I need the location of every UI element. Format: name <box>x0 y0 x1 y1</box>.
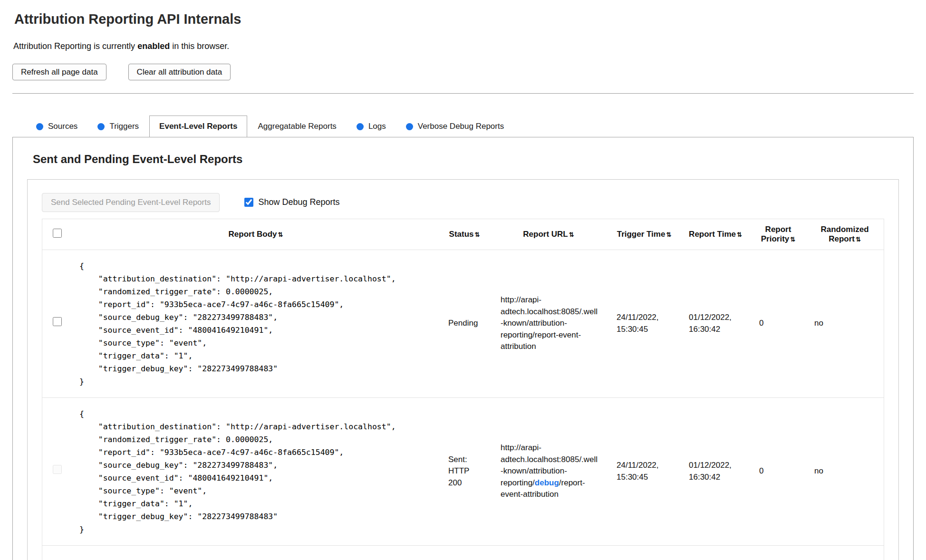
top-buttons: Refresh all page data Clear all attribut… <box>12 64 914 80</box>
table-header-row: Report Body⇅ Status⇅ Report URL⇅ Trigger… <box>42 219 884 250</box>
randomized-report-cell: no <box>806 397 884 545</box>
col-header-report-priority[interactable]: Report Priority⇅ <box>751 219 806 250</box>
tab-label: Verbose Debug Reports <box>418 122 504 131</box>
randomized-report-cell: no <box>806 250 884 397</box>
sort-icon: ⇅ <box>737 231 742 238</box>
status-enabled-text: enabled <box>137 41 170 51</box>
row-checkbox-cell <box>42 250 72 397</box>
col-header-randomized-report[interactable]: Randomized Report⇅ <box>806 219 884 250</box>
attribution-internals-page: Attribution Reporting API Internals Attr… <box>0 0 926 560</box>
tab-label: Logs <box>368 122 386 131</box>
row-select-checkbox[interactable] <box>53 317 62 326</box>
col-header-report-time[interactable]: Report Time⇅ <box>680 219 751 250</box>
tab-content-event-level-reports: Sent and Pending Event-Level Reports Sen… <box>12 137 914 560</box>
table-footer <box>42 546 884 560</box>
tab-verbose-debug-reports[interactable]: Verbose Debug Reports <box>396 116 513 137</box>
report-url-cell: http://arapi-adtech.localhost:8085/.well… <box>489 250 608 397</box>
report-body-json: { "attribution_destination": "http://ara… <box>79 260 432 388</box>
refresh-all-button[interactable]: Refresh all page data <box>12 64 106 80</box>
tab-aggregatable-reports[interactable]: Aggregatable Reports <box>248 116 346 137</box>
row-checkbox-cell <box>42 397 72 545</box>
send-selected-reports-button[interactable]: Send Selected Pending Event-Level Report… <box>42 193 220 212</box>
report-panel: Send Selected Pending Event-Level Report… <box>27 179 899 560</box>
clear-all-button[interactable]: Clear all attribution data <box>128 64 231 80</box>
report-url-cell: http://arapi-adtech.localhost:8085/.well… <box>489 397 608 545</box>
tab-panel: Sources Triggers Event-Level Reports Agg… <box>12 116 914 560</box>
tab-logs[interactable]: Logs <box>347 116 395 137</box>
tab-event-level-reports[interactable]: Event-Level Reports <box>149 116 247 137</box>
event-level-reports-table: Report Body⇅ Status⇅ Report URL⇅ Trigger… <box>42 219 884 560</box>
sort-icon: ⇅ <box>569 231 574 238</box>
select-all-checkbox[interactable] <box>53 229 62 238</box>
triggers-status-dot-icon <box>97 123 105 130</box>
col-header-report-body[interactable]: Report Body⇅ <box>72 219 440 250</box>
tab-label: Sources <box>48 122 77 131</box>
verbose-debug-status-dot-icon <box>406 123 413 130</box>
report-body-json: { "attribution_destination": "http://ara… <box>79 407 432 536</box>
tab-label: Aggregatable Reports <box>258 122 336 131</box>
report-priority-cell: 0 <box>751 397 806 545</box>
sort-icon: ⇅ <box>790 236 795 243</box>
row-select-checkbox-disabled[interactable] <box>53 465 62 474</box>
sort-icon: ⇅ <box>856 236 861 243</box>
tab-strip: Sources Triggers Event-Level Reports Agg… <box>12 116 914 137</box>
col-header-status[interactable]: Status⇅ <box>440 219 489 250</box>
status-suffix: in this browser. <box>170 41 229 51</box>
trigger-time-cell: 24/11/2022, 15:30:45 <box>608 250 680 397</box>
page-divider <box>12 93 914 94</box>
status-line: Attribution Reporting is currently enabl… <box>13 41 914 51</box>
report-time-cell: 01/12/2022, 16:30:42 <box>680 250 751 397</box>
report-row-sent-debug: { "attribution_destination": "http://ara… <box>42 397 884 545</box>
debug-url-highlight: debug <box>535 478 559 487</box>
report-priority-cell: 0 <box>751 250 806 397</box>
tab-sources[interactable]: Sources <box>27 116 87 137</box>
tab-triggers[interactable]: Triggers <box>88 116 148 137</box>
col-header-report-url[interactable]: Report URL⇅ <box>489 219 608 250</box>
show-debug-reports-checkbox[interactable] <box>244 198 253 207</box>
section-heading: Sent and Pending Event-Level Reports <box>33 153 899 166</box>
panel-toolbar: Send Selected Pending Event-Level Report… <box>42 193 884 212</box>
sort-icon: ⇅ <box>475 231 480 238</box>
logs-status-dot-icon <box>357 123 364 130</box>
status-prefix: Attribution Reporting is currently <box>13 41 137 51</box>
select-all-header-cell <box>42 219 72 250</box>
tab-label: Triggers <box>109 122 139 131</box>
status-cell: Pending <box>440 250 489 397</box>
report-time-cell: 01/12/2022, 16:30:42 <box>680 397 751 545</box>
tab-label: Event-Level Reports <box>159 122 237 131</box>
show-debug-reports-toggle[interactable]: Show Debug Reports <box>244 197 339 207</box>
report-body-cell: { "attribution_destination": "http://ara… <box>72 397 440 545</box>
trigger-time-cell: 24/11/2022, 15:30:45 <box>608 397 680 545</box>
show-debug-reports-label: Show Debug Reports <box>258 197 339 207</box>
sources-status-dot-icon <box>36 123 43 130</box>
report-row-pending: { "attribution_destination": "http://ara… <box>42 250 884 397</box>
sort-icon: ⇅ <box>666 231 671 238</box>
col-header-trigger-time[interactable]: Trigger Time⇅ <box>608 219 680 250</box>
report-body-cell: { "attribution_destination": "http://ara… <box>72 250 440 397</box>
status-cell: Sent: HTTP 200 <box>440 397 489 545</box>
page-title: Attribution Reporting API Internals <box>14 11 914 27</box>
sort-icon: ⇅ <box>278 231 283 238</box>
